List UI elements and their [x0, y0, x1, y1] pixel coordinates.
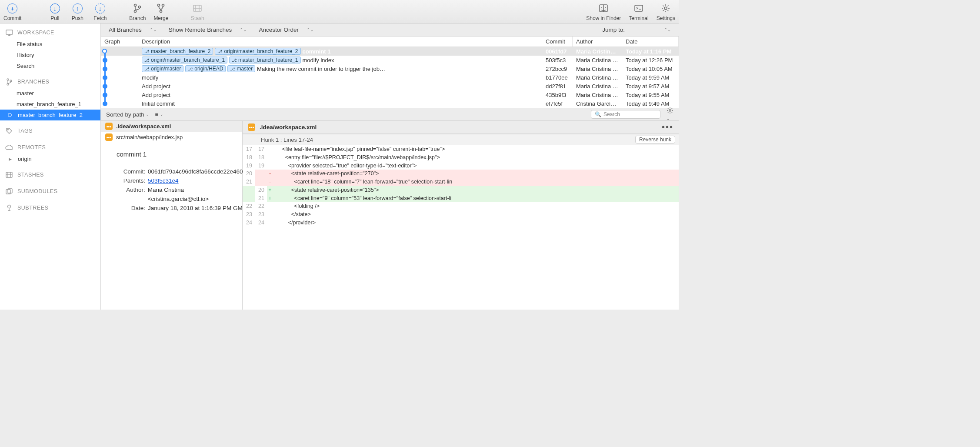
commit-row[interactable]: Initial commitef7fc5fCristina García del… [101, 99, 679, 108]
stash-button[interactable]: Stash [190, 2, 205, 21]
pull-button[interactable]: ↓ Pull [47, 2, 62, 21]
changed-file-item[interactable]: •••.idea/workspace.xml [101, 121, 242, 132]
detail-settings-button[interactable]: ⌄ [667, 107, 673, 122]
col-commit-header[interactable]: Commit [542, 37, 573, 47]
merge-button[interactable]: Merge [153, 2, 168, 21]
branch-tag[interactable]: ⎇origin/HEAD [185, 65, 226, 72]
terminal-button[interactable]: Terminal [629, 2, 648, 21]
col-author-header[interactable]: Author [573, 37, 622, 47]
monitor-icon [5, 29, 13, 37]
commit-row[interactable]: modifyb1770eeMaria Cristina <cri…Today a… [101, 73, 679, 82]
stash-icon [191, 2, 203, 14]
push-button[interactable]: ↑ Push [70, 2, 85, 21]
commit-date: Today at 9:49 AM [622, 100, 679, 107]
commit-row[interactable]: ⎇origin/master_branch_feature_1⎇master_b… [101, 56, 679, 64]
sidebar-remote-origin[interactable]: ▶origin [0, 153, 100, 164]
commit-row[interactable]: ⎇master_branch_feature_2⎇origin/master_b… [101, 47, 679, 56]
commit-date: Today at 1:16 PM [622, 48, 679, 55]
diff-line: 2222 <folding /> [243, 202, 679, 210]
diff-line: 2424 </provider> [243, 219, 679, 227]
graph-node-icon [103, 67, 107, 71]
sidebar-item-search[interactable]: Search [0, 60, 100, 71]
branch-tag[interactable]: ⎇origin/master_branch_feature_1 [142, 57, 227, 63]
arrow-down-circle-icon: ↓ [49, 2, 61, 14]
remote-filter-dropdown[interactable]: Show Remote Branches⌃⌄ [169, 27, 247, 33]
commit-table-body: ⎇master_branch_feature_2⎇origin/master_b… [101, 47, 679, 108]
svg-point-1 [134, 10, 137, 13]
subtrees-label: SUBTREES [17, 205, 48, 211]
commit-author: Maria Cristina <c… [573, 48, 622, 55]
branch-button[interactable]: Branch [129, 2, 146, 21]
svg-point-18 [8, 205, 11, 208]
submodules-section-header[interactable]: SUBMODULES [0, 185, 100, 197]
sidebar-item-history[interactable]: History [0, 50, 100, 60]
diff-code-block[interactable]: 1717 <file leaf-file-name="index.jsp" pi… [243, 145, 679, 227]
remotes-section-header[interactable]: REMOTES [0, 141, 100, 153]
sidebar-branch-master[interactable]: master [0, 88, 100, 99]
diff-menu-button[interactable]: ••• [662, 122, 673, 132]
remote-name: origin [18, 156, 32, 162]
commit-message: modify index [303, 57, 334, 63]
svg-point-4 [162, 4, 164, 7]
search-placeholder: Search [603, 111, 620, 117]
stash-label: Stash [191, 15, 204, 21]
branch-tag[interactable]: ⎇origin/master [142, 65, 183, 72]
col-date-header[interactable]: Date [622, 37, 679, 47]
modified-badge-icon: ••• [105, 123, 113, 130]
settings-button[interactable]: Settings [657, 2, 675, 21]
show-in-finder-button[interactable]: Show in Finder [586, 2, 621, 21]
hunk-header: Hunk 1 : Lines 17-24 Reverse hunk [243, 134, 679, 145]
diff-header: ••• .idea/workspace.xml ••• [243, 121, 679, 134]
branches-filter-dropdown[interactable]: All Branches⌃⌄ [109, 27, 157, 33]
commit-author: Cristina García del… [573, 100, 622, 107]
remote-filter-label: Show Remote Branches [169, 27, 232, 33]
diff-line: 20- <state relative-caret-position="270"… [243, 170, 679, 178]
svg-point-9 [664, 7, 667, 10]
subtrees-section-header[interactable]: SUBTREES [0, 202, 100, 214]
graph-node-icon [103, 84, 107, 89]
branch-tag[interactable]: ⎇origin/master_branch_feature_2 [215, 48, 300, 55]
diff-line: 1818 <entry file="file://$PROJECT_DIR$/s… [243, 153, 679, 162]
branch-tag[interactable]: ⎇master [227, 65, 255, 72]
fetch-button[interactable]: ↓ Fetch [93, 2, 107, 21]
svg-rect-10 [6, 30, 13, 34]
parent-commit-link[interactable]: 503f5c31e4 [148, 177, 179, 186]
commit-row[interactable]: Add project435b9f3Maria Cristina <cri…To… [101, 90, 679, 99]
commit-key: Commit: [117, 167, 145, 177]
order-filter-dropdown[interactable]: Ancestor Order⌃⌄ [259, 27, 313, 33]
changed-file-item[interactable]: •••src/main/webapp/index.jsp [101, 132, 242, 143]
view-mode-dropdown[interactable]: ≡ ⌄ [155, 111, 163, 118]
workspace-section-header[interactable]: WORKSPACE [0, 27, 100, 39]
stashes-section-header[interactable]: STASHES [0, 169, 100, 181]
sort-dropdown[interactable]: Sorted by path ⌄ [106, 111, 149, 118]
commit-commit: dd27f81 [542, 83, 573, 90]
commit-row[interactable]: ⎇origin/master⎇origin/HEAD⎇master Making… [101, 64, 679, 73]
subtree-icon [5, 204, 13, 212]
commit-row[interactable]: Add projectdd27f81Maria Cristina <cri…To… [101, 82, 679, 90]
sidebar: WORKSPACE File status History Search BRA… [0, 23, 101, 310]
sidebar-branch-feature-1[interactable]: master_branch_feature_1 [0, 99, 100, 110]
svg-point-19 [669, 110, 671, 111]
commit-author: Maria Cristina <cri… [573, 57, 622, 63]
col-graph-header[interactable]: Graph [101, 37, 138, 47]
diff-line: 20+ <state relative-caret-position="135"… [243, 186, 679, 194]
content-area: All Branches⌃⌄ Show Remote Branches⌃⌄ An… [101, 23, 679, 310]
sidebar-branch-feature-2[interactable]: master_branch_feature_2 [0, 110, 100, 120]
branch-icon [131, 2, 143, 14]
gear-icon [660, 2, 672, 14]
sort-label: Sorted by path [106, 111, 144, 118]
commit-date: Today at 9:57 AM [622, 83, 679, 90]
commit-commit: ef7fc5f [542, 100, 573, 107]
reverse-hunk-button[interactable]: Reverse hunk [635, 136, 675, 143]
jump-to-dropdown[interactable]: Jump to:⌃⌄ [602, 27, 671, 33]
sidebar-item-file-status[interactable]: File status [0, 39, 100, 50]
branch-tag[interactable]: ⎇master_branch_feature_2 [142, 48, 213, 55]
branch-tag[interactable]: ⎇master_branch_feature_1 [229, 57, 300, 63]
commit-title: commint 1 [117, 150, 246, 158]
detail-search-input[interactable]: 🔍Search [591, 110, 660, 119]
commit-button[interactable]: + Commit [3, 2, 21, 21]
branches-section-header[interactable]: BRANCHES [0, 76, 100, 88]
submodules-label: SUBMODULES [17, 188, 58, 194]
tags-section-header[interactable]: TAGS [0, 125, 100, 137]
col-desc-header[interactable]: Description [138, 37, 542, 47]
